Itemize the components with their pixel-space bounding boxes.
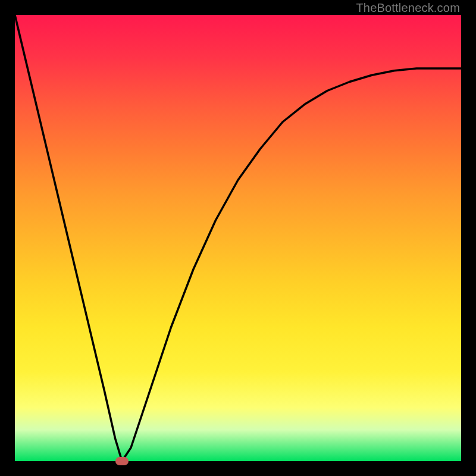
plot-area <box>15 15 461 461</box>
attribution-label: TheBottleneck.com <box>356 1 460 15</box>
bottleneck-curve <box>15 15 461 461</box>
minimum-marker <box>115 457 129 465</box>
chart-frame: TheBottleneck.com <box>0 0 476 476</box>
